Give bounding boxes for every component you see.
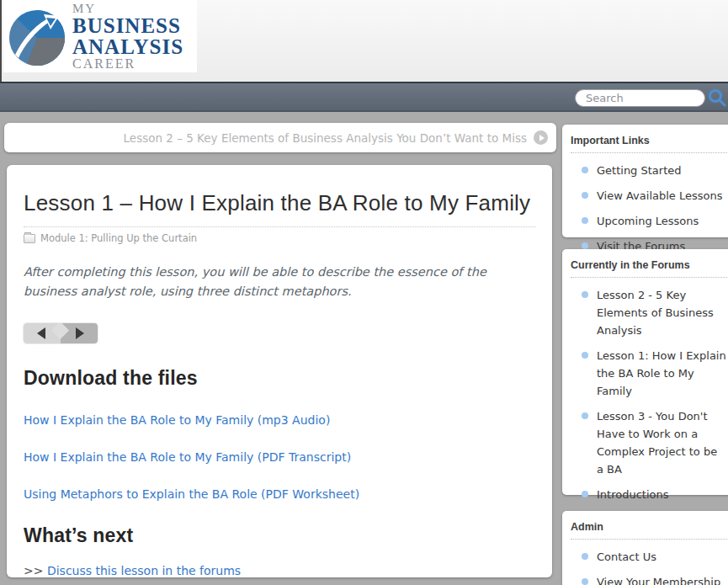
folder-icon	[24, 234, 35, 243]
sidebar-section-title: Currently in the Forums	[571, 259, 728, 278]
sidebar-admin: Admin Contact Us View Your Membership Pr…	[562, 511, 728, 585]
logo-globe-icon	[7, 6, 67, 70]
download-files-heading: Download the files	[24, 367, 535, 390]
search-input[interactable]	[575, 89, 705, 107]
sidebar-section-title: Important Links	[571, 135, 728, 153]
page-title: Lesson 1 – How I Explain the BA Role to …	[24, 190, 535, 227]
discuss-forums-link[interactable]: Discuss this lesson in the forums	[47, 564, 241, 577]
site-header: MY BUSINESS ANALYSIS CAREER	[0, 0, 728, 82]
logo-line-my: MY	[72, 3, 183, 15]
link-prefix: >>	[24, 564, 47, 577]
admin-item-membership-profile[interactable]: View Your Membership Profile	[571, 573, 728, 585]
module-label[interactable]: Module 1: Pulling Up the Curtain	[40, 232, 197, 244]
sidebar-important-links: Important Links Getting Started View Ava…	[562, 125, 728, 237]
whats-next-heading: What’s next	[24, 524, 535, 547]
logo-line-business: BUSINESS	[72, 15, 183, 36]
logo-text: MY BUSINESS ANALYSIS CAREER	[72, 3, 183, 71]
sidebar-item-getting-started[interactable]: Getting Started	[571, 162, 728, 187]
forum-thread-introductions[interactable]: Introductions	[571, 486, 728, 511]
download-link-mp3-audio[interactable]: How I Explain the BA Role to My Family (…	[24, 413, 535, 427]
audio-player	[24, 323, 98, 343]
logo-line-career: CAREER	[72, 57, 183, 71]
sidebar-section-title: Admin	[571, 521, 728, 540]
sidebar-item-view-available-lessons[interactable]: View Available Lessons	[571, 187, 728, 212]
next-lesson-bar[interactable]: Lesson 2 – 5 Key Elements of Business An…	[4, 123, 556, 152]
admin-item-contact-us[interactable]: Contact Us	[571, 548, 728, 573]
forum-thread-lesson-1[interactable]: Lesson 1: How I Explain the BA Role to M…	[571, 347, 728, 407]
logo-line-analysis: ANALYSIS	[72, 36, 183, 57]
download-link-pdf-worksheet[interactable]: Using Metaphors to Explain the BA Role (…	[24, 487, 535, 501]
article-meta: Module 1: Pulling Up the Curtain	[24, 232, 535, 244]
lesson-article: Lesson 1 – How I Explain the BA Role to …	[7, 165, 552, 577]
search-icon[interactable]	[708, 88, 726, 107]
navigation-bar	[0, 82, 728, 112]
forum-thread-lesson-3[interactable]: Lesson 3 - You Don't Have to Work on a C…	[571, 407, 728, 486]
site-logo[interactable]: MY BUSINESS ANALYSIS CAREER	[3, 0, 197, 72]
sidebar-item-upcoming-lessons[interactable]: Upcoming Lessons	[571, 212, 728, 237]
lesson-objective: After completing this lesson, you will b…	[24, 263, 535, 301]
whats-next-row: >> Discuss this lesson in the forums	[24, 564, 535, 577]
next-lesson-label: Lesson 2 – 5 Key Elements of Business An…	[124, 131, 527, 145]
next-arrow-icon[interactable]	[534, 130, 548, 145]
download-link-pdf-transcript[interactable]: How I Explain the BA Role to My Family (…	[24, 450, 535, 464]
sidebar-currently-in-forums: Currently in the Forums Lesson 2 - 5 Key…	[562, 249, 728, 495]
forum-thread-lesson-2[interactable]: Lesson 2 - 5 Key Elements of Business An…	[571, 286, 728, 347]
rewind-button[interactable]	[24, 323, 61, 343]
